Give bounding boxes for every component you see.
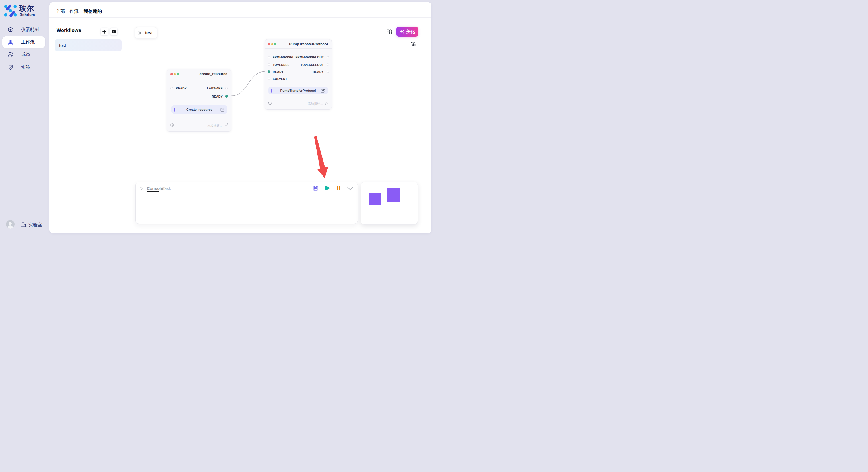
beautify-button[interactable]: 美化 xyxy=(396,27,418,37)
sidebar-item-label: 实验 xyxy=(21,65,30,71)
output-port-label: TOVESSELOUT xyxy=(301,63,324,67)
chevron-down-icon[interactable] xyxy=(347,187,353,190)
plus-icon xyxy=(102,30,106,34)
sidebar-item-label: 仪器耗材 xyxy=(21,27,39,33)
node-title: PumpTransferProtocol xyxy=(289,42,328,46)
minimap-node-create-resource xyxy=(369,193,381,205)
canvas-breadcrumb[interactable]: test xyxy=(135,27,157,38)
add-workflow-button[interactable] xyxy=(100,28,108,36)
save-icon[interactable] xyxy=(313,186,318,191)
input-port-label: FROMVESSEL xyxy=(273,56,294,59)
node-create-resource[interactable]: create_resource READY LABWARE READY Crea… xyxy=(167,69,231,132)
sidebar-item-label: 工作流 xyxy=(21,39,35,45)
output-port-label: FROMVESSELOUT xyxy=(296,56,324,59)
lab-switcher[interactable]: 实验室 xyxy=(28,222,42,228)
node-header[interactable]: PumpTransferProtocol xyxy=(265,39,332,49)
workflow-list-item-test[interactable]: test xyxy=(55,39,122,51)
output-port-ready[interactable] xyxy=(327,71,329,73)
output-port-label: READY xyxy=(212,95,223,98)
avatar-person-icon xyxy=(6,220,14,229)
run-play-icon[interactable] xyxy=(324,186,330,191)
output-port-labware[interactable] xyxy=(225,87,228,90)
node-header[interactable]: create_resource xyxy=(167,69,231,79)
output-port-ready-connected[interactable] xyxy=(225,95,228,98)
lab-building-icon xyxy=(20,221,27,228)
person-icon xyxy=(7,39,14,45)
bohrium-workflow-app: { "app": { "logo_title": "玻尔", "logo_sub… xyxy=(0,0,434,236)
experiment-icon xyxy=(7,64,14,71)
pencil-icon[interactable] xyxy=(325,101,329,105)
app-subtitle: Bohrium xyxy=(20,12,35,17)
sparkles-icon xyxy=(400,29,405,34)
sidebar-item-experiment[interactable]: 实验 xyxy=(2,62,45,73)
traffic-dot-yellow xyxy=(174,73,176,75)
input-port-label: TOVESSEL xyxy=(273,63,289,67)
workflow-name: test xyxy=(59,43,66,47)
node-action-pill[interactable]: Create_resource xyxy=(172,105,227,113)
sidebar-item-members[interactable]: 成员 xyxy=(2,49,45,60)
node-pump-transfer-protocol[interactable]: PumpTransferProtocol FROMVESSEL FROMVESS… xyxy=(265,39,332,109)
panel-divider xyxy=(130,18,130,233)
console-tab-indicator xyxy=(147,191,159,192)
input-port-label: READY xyxy=(176,87,187,90)
description-placeholder[interactable]: 添加描述... xyxy=(308,102,323,106)
collapse-chevron-icon[interactable] xyxy=(141,187,143,191)
canvas-minimap[interactable] xyxy=(361,182,418,225)
folder-download-icon xyxy=(112,30,116,34)
node-title: create_resource xyxy=(199,72,227,76)
input-port-ready-connected[interactable] xyxy=(268,70,270,73)
output-port-label: READY xyxy=(313,70,324,73)
chevron-right-icon xyxy=(138,31,141,35)
app-title: 玻尔 xyxy=(19,4,34,13)
edit-icon[interactable] xyxy=(220,107,224,111)
tab-task[interactable]: Task xyxy=(162,186,171,191)
tab-console[interactable]: Console xyxy=(147,186,163,191)
info-icon[interactable] xyxy=(170,123,174,127)
filter-icon[interactable] xyxy=(411,42,416,47)
input-port-tovessel[interactable] xyxy=(268,63,270,66)
traffic-dot-yellow xyxy=(271,43,274,45)
user-avatar[interactable] xyxy=(6,220,14,229)
bohrium-logo-icon xyxy=(4,4,17,17)
traffic-dot-green xyxy=(274,43,276,45)
sidebar-item-consumables[interactable]: 仪器耗材 xyxy=(2,24,45,35)
input-port-solvent[interactable] xyxy=(268,78,270,80)
pencil-icon[interactable] xyxy=(224,123,228,127)
info-icon[interactable] xyxy=(268,102,272,105)
input-port-label: READY xyxy=(273,70,284,73)
edit-icon[interactable] xyxy=(321,89,325,93)
tabs-divider xyxy=(50,18,431,18)
traffic-dot-red xyxy=(170,73,173,75)
workflows-panel-title: Workflows xyxy=(57,28,81,33)
tab-created-by-me[interactable]: 我创建的 xyxy=(84,9,102,14)
package-icon xyxy=(7,26,14,33)
tab-all-workflows[interactable]: 全部工作流 xyxy=(56,9,79,14)
input-port-ready[interactable] xyxy=(170,87,173,90)
input-port-fromvessel[interactable] xyxy=(268,56,270,59)
import-workflow-button[interactable] xyxy=(110,28,118,36)
pause-icon[interactable] xyxy=(337,186,341,191)
output-port-tovesselout[interactable] xyxy=(327,63,329,66)
node-action-pill[interactable]: PumpTransferProtocol xyxy=(268,87,328,94)
sidebar-item-label: 成员 xyxy=(21,52,30,58)
pill-label: Create_resource xyxy=(172,108,227,111)
traffic-dot-red xyxy=(268,43,270,45)
console-panel: Console Task xyxy=(135,182,358,224)
minimap-node-pump-transfer xyxy=(387,188,400,202)
output-port-fromvesselout[interactable] xyxy=(327,56,329,59)
breadcrumb-label: test xyxy=(145,30,153,35)
input-port-label: SOLVENT xyxy=(273,77,287,80)
members-icon xyxy=(7,51,14,58)
components-icon[interactable] xyxy=(386,29,392,34)
sidebar-item-workflow[interactable]: 工作流 xyxy=(2,36,45,48)
output-port-label: LABWARE xyxy=(207,87,223,90)
traffic-dot-green xyxy=(177,73,179,75)
description-placeholder[interactable]: 添加描述... xyxy=(207,124,222,128)
pill-label: PumpTransferProtocol xyxy=(268,89,328,92)
beautify-label: 美化 xyxy=(406,29,415,34)
sidebar: 玻尔 Bohrium 仪器耗材 工作流 成员 实验 xyxy=(0,0,50,236)
